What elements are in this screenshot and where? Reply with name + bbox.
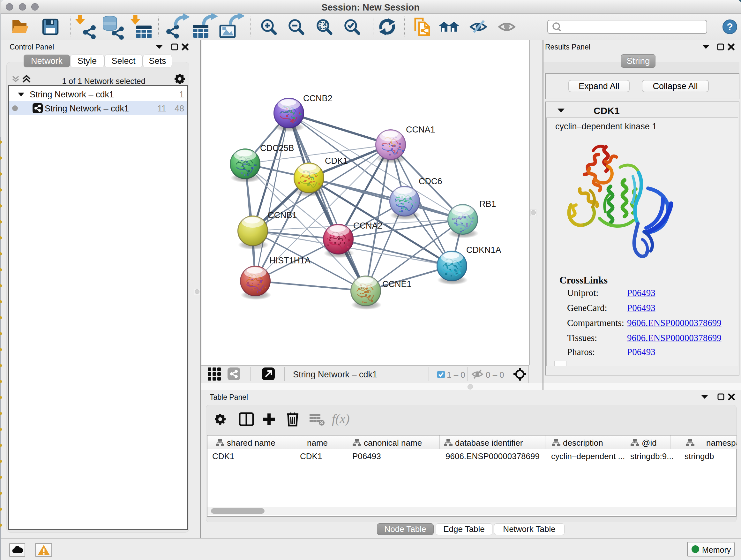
svg-text:?: ? — [727, 21, 733, 33]
svg-text:CCNE1: CCNE1 — [382, 279, 412, 289]
svg-text:HIST1H1A: HIST1H1A — [269, 256, 311, 265]
svg-text:CDC25B: CDC25B — [260, 143, 294, 153]
svg-text:CCNA2: CCNA2 — [353, 221, 383, 231]
svg-text:CCNA1: CCNA1 — [406, 125, 435, 134]
svg-text:CDC6: CDC6 — [419, 177, 442, 186]
svg-text:CCNB2: CCNB2 — [303, 94, 333, 103]
svg-text:RB1: RB1 — [479, 199, 496, 209]
svg-text:CDK1: CDK1 — [325, 156, 348, 166]
svg-text:CDKN1A: CDKN1A — [466, 245, 501, 255]
svg-text:CCNB1: CCNB1 — [268, 210, 297, 220]
